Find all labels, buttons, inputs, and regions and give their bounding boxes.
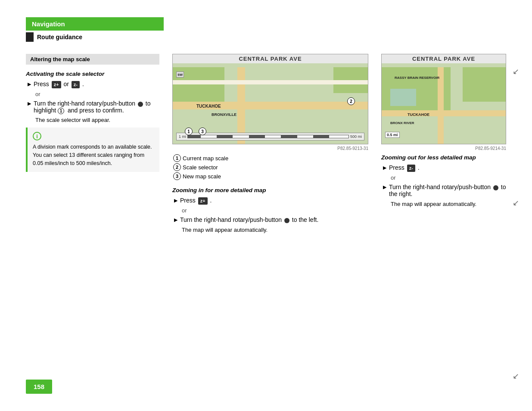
bullet-press-keys: ▶ Press z+ or z- . (28, 81, 159, 88)
scale-appear-text: The scale selector will appear. (35, 117, 159, 123)
bullet-arrow-4: ▶ (174, 217, 177, 223)
nav-header: Navigation (26, 17, 164, 31)
road-horizontal-3 (382, 110, 506, 116)
legend-text-1: Current map scale (183, 155, 228, 162)
rotary-dot-icon-3 (493, 185, 498, 190)
press-zminus-text: Press z- . (389, 164, 420, 172)
route-guidance-bar: Route guidance (26, 32, 506, 42)
map-label-bronxville: BRONXVILLE (212, 112, 236, 117)
rotary-dot-icon-2 (284, 218, 289, 223)
info-box: i A division mark corresponds to an avai… (26, 128, 159, 171)
legend-circle-2: 2 (173, 163, 181, 171)
bullet-arrow-2: ▶ (28, 101, 31, 106)
bullet-arrow-3: ▶ (174, 198, 177, 203)
map-scale-label: 0.5 mi (385, 132, 400, 138)
key-zplus: z+ (52, 81, 61, 88)
turn-rotary-right-text: Turn the right-hand rotary/push-button t… (389, 184, 506, 197)
bullet-arrow-5: ▶ (383, 165, 386, 171)
scale-tick-bar (187, 135, 349, 138)
left-column: Altering the map scale Activating the sc… (26, 54, 159, 172)
activating-title: Activating the scale selector (26, 71, 159, 77)
margin-arrow-bot: ↙ (513, 371, 519, 381)
info-icon: i (33, 132, 41, 140)
margin-arrow-top: ↙ (513, 67, 519, 76)
legend-circle-1: 1 (173, 154, 181, 162)
margin-arrow-mid: ↙ (513, 198, 519, 208)
map-label-bronx: BRONX RIVER (390, 121, 414, 125)
bullet-turn-rotary-1: ▶ Turn the right-hand rotary/push-button… (28, 100, 159, 114)
legend-item-2: 2 Scale selector (173, 163, 368, 171)
map-badge-1: 1 (185, 128, 193, 135)
num-circle-1: 1 (58, 108, 64, 114)
map-badge-3: 3 (199, 128, 206, 135)
legend-list: 1 Current map scale 2 Scale selector 3 N… (173, 154, 368, 180)
map1-caption: P82.85-9213-31 (172, 146, 368, 151)
route-guidance-label: Route guidance (37, 34, 82, 40)
map-appear-auto-1: The map will appear automatically. (182, 226, 368, 234)
legend-item-1: 1 Current map scale (173, 154, 368, 162)
map-label-sw: sw (176, 72, 184, 78)
bullet-arrow-6: ▶ (383, 184, 386, 190)
bullet-turn-rotary-right: ▶ Turn the right-hand rotary/push-button… (383, 184, 506, 197)
map2-caption: P82.85-9214-31 (381, 146, 506, 151)
map-label-reservoir: RASSY BRAIN RESERVOIR (395, 76, 439, 80)
rotary-dot-icon-1 (138, 102, 143, 107)
press-zplus-text: Press z+ . (180, 197, 212, 205)
press-text-1: Press z+ or z- . (34, 81, 84, 88)
map2-title: CENTRAL PARK AVE (382, 54, 506, 63)
reservoir-area (390, 89, 416, 106)
legend-text-3: New map scale (183, 173, 221, 180)
legend-circle-3: 3 (173, 172, 181, 180)
bullet-press-zminus: ▶ Press z- . (383, 164, 506, 172)
road-horizontal-2 (173, 80, 368, 84)
turn-rotary-text-1: Turn the right-hand rotary/push-button t… (34, 100, 159, 114)
info-text: A division mark corresponds to an availa… (33, 143, 154, 167)
black-bar-icon (26, 32, 34, 42)
legend-item-3: 3 New map scale (173, 172, 368, 180)
key-zminus: z- (72, 81, 80, 88)
bullet-turn-rotary-left: ▶ Turn the right-hand rotary/push-button… (174, 216, 368, 223)
map-label-tuckahoe: TUCKAHOE (196, 104, 221, 109)
bullet-arrow-1: ▶ (28, 81, 31, 87)
right-column: CENTRAL PARK AVE RASSY BRAIN RESERVOIR T… (381, 54, 506, 211)
main-content: Altering the map scale Activating the sc… (26, 54, 506, 237)
map-image-2: CENTRAL PARK AVE RASSY BRAIN RESERVOIR T… (381, 54, 506, 144)
map-label-tuckahoe-2: TUCKAHOE (408, 112, 429, 117)
or-text-2: or (182, 207, 368, 214)
map-image-1: CENTRAL PARK AVE TUCKAHOE BRONXVILLE sw … (172, 54, 368, 144)
park-area-4 (463, 67, 506, 102)
map-badge-2: 2 (347, 97, 355, 105)
page-number-box: 158 (26, 380, 52, 394)
zooming-out-title: Zooming out for less detailed map (381, 154, 506, 161)
zooming-in-title: Zooming in for more detailed map (172, 187, 368, 193)
altering-box: Altering the map scale (26, 54, 159, 65)
page-container: ↙ ↙ ↙ Navigation Route guidance Altering… (0, 0, 532, 411)
key-zminus-2: z- (407, 165, 415, 172)
key-zplus-2: z+ (198, 197, 208, 205)
map-appear-auto-2: The map will appear automatically. (391, 200, 506, 209)
or-text-3: or (391, 174, 506, 181)
map1-title: CENTRAL PARK AVE (173, 54, 368, 63)
legend-text-2: Scale selector (183, 164, 218, 171)
bullet-press-zplus: ▶ Press z+ . (174, 197, 368, 205)
middle-column: CENTRAL PARK AVE TUCKAHOE BRONXVILLE sw … (172, 54, 368, 237)
turn-rotary-left-text: Turn the right-hand rotary/push-button t… (180, 216, 318, 223)
or-text-1: or (35, 91, 159, 97)
